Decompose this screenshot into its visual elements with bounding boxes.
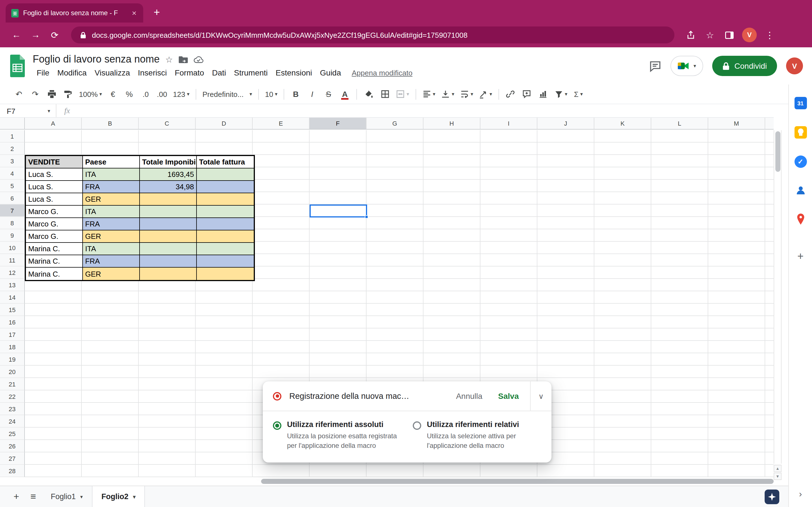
text-color-button[interactable]: A: [337, 87, 352, 102]
row-header-16[interactable]: 16: [0, 316, 25, 328]
column-header-H[interactable]: H: [423, 118, 480, 129]
table-cell[interactable]: Luca S.: [26, 181, 83, 193]
tasks-icon[interactable]: ✓: [794, 156, 807, 168]
row-header-15[interactable]: 15: [0, 304, 25, 316]
decrease-decimals-button[interactable]: .0: [138, 87, 153, 102]
table-cell[interactable]: [197, 181, 254, 193]
insert-chart-icon[interactable]: [536, 87, 551, 102]
name-box[interactable]: F7 ▾: [0, 104, 56, 118]
add-sheet-button[interactable]: +: [8, 488, 25, 505]
table-cell[interactable]: [140, 206, 197, 218]
table-cell[interactable]: GER: [83, 268, 140, 280]
insert-link-icon[interactable]: [503, 87, 518, 102]
table-cell[interactable]: 34,98: [140, 181, 197, 193]
row-header-10[interactable]: 10: [0, 242, 25, 254]
maps-icon[interactable]: [795, 213, 806, 225]
column-header-G[interactable]: G: [366, 118, 423, 129]
row-header-14[interactable]: 14: [0, 291, 25, 304]
table-cell[interactable]: FRA: [83, 218, 140, 230]
fill-handle[interactable]: [365, 215, 368, 219]
row-header-24[interactable]: 24: [0, 415, 25, 428]
column-header-C[interactable]: C: [139, 118, 196, 129]
row-header-27[interactable]: 27: [0, 452, 25, 465]
row-header-9[interactable]: 9: [0, 229, 25, 242]
table-header-cell[interactable]: VENDITE: [26, 156, 83, 168]
column-header-A[interactable]: A: [25, 118, 82, 129]
row-header-4[interactable]: 4: [0, 167, 25, 180]
table-cell[interactable]: Luca S.: [26, 168, 83, 181]
column-header-D[interactable]: D: [196, 118, 253, 129]
row-header-21[interactable]: 21: [0, 378, 25, 390]
select-all-corner[interactable]: [0, 118, 25, 129]
table-cell[interactable]: 1693,45: [140, 168, 197, 181]
menu-inserisci[interactable]: Inserisci: [134, 67, 171, 78]
row-header-5[interactable]: 5: [0, 180, 25, 192]
menu-visualizza[interactable]: Visualizza: [91, 67, 134, 78]
increase-decimals-button[interactable]: .00: [154, 87, 170, 102]
vertical-align-button[interactable]: ▾: [439, 87, 456, 102]
meet-call-button[interactable]: ▾: [670, 56, 703, 76]
scroll-down-icon[interactable]: ▼: [774, 473, 781, 480]
table-cell[interactable]: [197, 255, 254, 268]
table-cell[interactable]: Marco G.: [26, 230, 83, 243]
comment-history-icon[interactable]: [649, 60, 661, 72]
row-header-28[interactable]: 28: [0, 465, 25, 477]
zoom-selector[interactable]: 100% ▾: [77, 87, 104, 102]
radio-icon[interactable]: [273, 421, 282, 430]
formula-input[interactable]: [78, 104, 812, 118]
table-cell[interactable]: [197, 218, 254, 230]
sheets-logo-icon[interactable]: [9, 55, 26, 77]
all-sheets-icon[interactable]: ≡: [25, 488, 42, 505]
menu-modifica[interactable]: Modifica: [53, 67, 91, 78]
text-rotation-button[interactable]: ▾: [476, 87, 494, 102]
table-header-cell[interactable]: Totale Imponibile: [140, 156, 197, 168]
calendar-icon[interactable]: 31: [794, 97, 807, 109]
table-cell[interactable]: FRA: [83, 255, 140, 268]
document-title[interactable]: Foglio di lavoro senza nome: [33, 54, 160, 65]
reload-icon[interactable]: ⟳: [46, 26, 63, 43]
table-cell[interactable]: [197, 168, 254, 181]
extension-badge-icon[interactable]: [765, 489, 779, 504]
browser-menu-kebab-icon[interactable]: ⋮: [761, 26, 778, 43]
vertical-scrollbar[interactable]: [774, 130, 781, 464]
cloud-status-icon[interactable]: [193, 56, 203, 63]
column-header-L[interactable]: L: [651, 118, 708, 129]
table-cell[interactable]: Marina C.: [26, 243, 83, 255]
table-cell[interactable]: [197, 268, 254, 280]
bookmark-star-icon[interactable]: ☆: [702, 26, 718, 43]
macro-save-button[interactable]: Salva: [490, 387, 527, 405]
table-cell[interactable]: FRA: [83, 181, 140, 193]
browser-tab[interactable]: Foglio di lavoro senza nome - F ×: [6, 3, 143, 22]
column-header-E[interactable]: E: [253, 118, 310, 129]
row-header-18[interactable]: 18: [0, 341, 25, 353]
row-header-20[interactable]: 20: [0, 365, 25, 378]
row-header-8[interactable]: 8: [0, 217, 25, 229]
row-header-2[interactable]: 2: [0, 143, 25, 155]
table-cell[interactable]: Marina C.: [26, 255, 83, 268]
macro-option-relative[interactable]: Utilizza riferimenti relativiUtilizza la…: [413, 420, 541, 451]
functions-button[interactable]: Σ ▾: [571, 87, 586, 102]
insert-comment-icon[interactable]: [519, 87, 534, 102]
column-header-I[interactable]: I: [480, 118, 538, 129]
star-document-icon[interactable]: ☆: [165, 54, 173, 64]
row-header-23[interactable]: 23: [0, 403, 25, 415]
italic-button[interactable]: I: [305, 87, 320, 102]
table-cell[interactable]: [140, 218, 197, 230]
row-header-25[interactable]: 25: [0, 428, 25, 440]
row-header-3[interactable]: 3: [0, 155, 25, 167]
horizontal-scrollbar-thumb[interactable]: [261, 479, 774, 484]
undo-icon[interactable]: ↶: [11, 87, 27, 102]
table-cell[interactable]: ITA: [83, 243, 140, 255]
share-page-icon[interactable]: [682, 26, 699, 43]
menu-dati[interactable]: Dati: [208, 67, 230, 78]
table-cell[interactable]: Marco G.: [26, 218, 83, 230]
row-header-1[interactable]: 1: [0, 130, 25, 143]
macro-cancel-button[interactable]: Annulla: [448, 387, 490, 405]
table-header-cell[interactable]: Paese: [83, 156, 140, 168]
row-header-13[interactable]: 13: [0, 279, 25, 291]
browser-profile-avatar[interactable]: V: [742, 27, 757, 42]
table-cell[interactable]: Marina C.: [26, 268, 83, 280]
account-avatar[interactable]: V: [786, 57, 803, 74]
table-cell[interactable]: GER: [83, 230, 140, 243]
row-header-22[interactable]: 22: [0, 390, 25, 403]
